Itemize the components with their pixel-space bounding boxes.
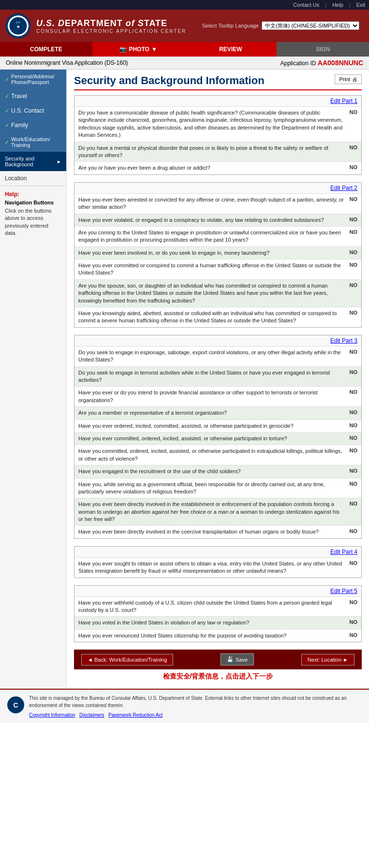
section-part3: Edit Part 3 Do you seek to engage in esp… — [74, 335, 362, 539]
table-row: Have you ever been arrested or convicted… — [74, 194, 361, 214]
part5-questions: Have you ever withheld custody of a U.S.… — [74, 597, 361, 642]
table-row: Have you committed, ordered, incited, as… — [74, 445, 361, 465]
section-part5: Edit Part 5 Have you ever withheld custo… — [74, 585, 362, 643]
header: ★ U.S. U.S. DEPARTMENT of STATE CONSULAR… — [0, 10, 369, 42]
table-row: Do you have a mental or physical disorde… — [74, 142, 361, 162]
table-row: Are you the spouse, son, or daughter of … — [74, 280, 361, 307]
camera-icon: 📷 — [119, 46, 127, 53]
table-row: Have you ever sought to obtain or assist… — [74, 558, 361, 578]
arrow-icon: ► — [57, 159, 61, 164]
table-row: Do you seek to engage in terrorist activ… — [74, 367, 361, 387]
check-icon: ✓ — [5, 122, 9, 129]
save-button[interactable]: 💾 Save — [221, 653, 254, 665]
contact-link[interactable]: Contact Us — [293, 2, 319, 8]
svg-text:★: ★ — [16, 25, 20, 29]
table-row: Have you, while serving as a government … — [74, 478, 361, 499]
part3-questions: Do you seek to engage in espionage, sabo… — [74, 347, 361, 538]
check-icon: ✓ — [5, 139, 9, 145]
app-id-value: AA008NNUNC — [318, 59, 363, 67]
copyright-link[interactable]: Copyright Information — [29, 712, 75, 718]
sidebar-item-location[interactable]: Location — [0, 171, 66, 186]
edit-part3-link[interactable]: Edit Part 3 — [330, 337, 357, 344]
table-row: Have you ever withheld custody of a U.S.… — [74, 597, 361, 617]
print-button[interactable]: Print 🖨 — [335, 74, 362, 84]
table-row: Are you or have you ever been a drug abu… — [74, 162, 361, 174]
sidebar-item-family[interactable]: ✓ Family — [0, 118, 66, 132]
check-icon: ✓ — [5, 108, 9, 114]
section-header-part2: Edit Part 2 — [74, 183, 361, 194]
svg-text:U.S.: U.S. — [16, 21, 21, 24]
footer: C This site is managed by the Bureau of … — [0, 689, 369, 723]
table-row: Are you a member or representative of a … — [74, 407, 361, 420]
table-row: Have you ever committed, ordered, incite… — [74, 433, 361, 445]
back-button[interactable]: ◄ Back: Work/Education/Training — [81, 654, 173, 665]
print-icon: 🖨 — [352, 76, 357, 82]
tooltip-language-select[interactable]: 中文(简体) (CHINESE-SIMPLIFIED) — [262, 21, 359, 30]
paperwork-link[interactable]: Paperwork Reduction Act — [108, 712, 162, 718]
exit-link[interactable]: Exit — [356, 2, 365, 8]
part4-questions: Have you ever sought to obtain or assist… — [74, 558, 361, 578]
section-part2: Edit Part 2 Have you ever been arrested … — [74, 182, 362, 328]
part1-questions: Do you have a communicable disease of pu… — [74, 107, 361, 174]
tab-photo[interactable]: 📷 PHOTO ▼ — [92, 42, 185, 57]
section-header-part5: Edit Part 5 — [74, 586, 361, 597]
section-header-part3: Edit Part 3 — [74, 335, 361, 347]
nav-tabs: COMPLETE 📷 PHOTO ▼ REVIEW SIGN — [0, 42, 369, 57]
header-title: U.S. DEPARTMENT of STATE CONSULAR ELECTR… — [36, 18, 186, 34]
table-row: Have you ever or do you intend to provid… — [74, 387, 361, 407]
check-icon: ✓ — [5, 93, 9, 100]
save-icon: 💾 — [227, 656, 234, 663]
table-row: Are you coming to the United States to e… — [74, 227, 361, 247]
edit-part2-link[interactable]: Edit Part 2 — [330, 185, 357, 191]
part2-questions: Have you ever been arrested or convicted… — [74, 194, 361, 327]
section-header-part4: Edit Part 4 — [74, 547, 361, 558]
table-row: Have you knowingly aided, abetted, assis… — [74, 307, 361, 327]
help-link[interactable]: Help — [332, 2, 343, 8]
next-button[interactable]: Next: Location ► — [301, 654, 354, 665]
footer-content: This site is managed by the Bureau of Co… — [29, 694, 362, 718]
chinese-notice: 检查安全/背景信息，点击进入下一步 — [74, 669, 362, 684]
table-row: Have you ever violated, or engaged in a … — [74, 214, 361, 227]
sidebar-item-personal[interactable]: ✓ Personal/Address/ Phone/Passport — [0, 70, 66, 89]
tab-review[interactable]: REVIEW — [185, 42, 277, 57]
table-row: Have you ever been directly involved in … — [74, 526, 361, 538]
footer-links: Copyright Information Disclaimers Paperw… — [29, 711, 362, 718]
section-part1: Edit Part 1 Do you have a communicable d… — [74, 95, 362, 175]
bottom-nav: ◄ Back: Work/Education/Training 💾 Save N… — [74, 650, 362, 669]
table-row: Have you ever committed or conspired to … — [74, 260, 361, 280]
table-row: Do you have a communicable disease of pu… — [74, 107, 361, 142]
edit-part5-link[interactable]: Edit Part 5 — [330, 588, 357, 594]
table-row: Have you ever been involved in, or do yo… — [74, 247, 361, 260]
app-id: Application ID AA008NNUNC — [280, 59, 363, 67]
content-area: Print 🖨 Security and Background Informat… — [67, 70, 369, 689]
table-row: Do you seek to engage in espionage, sabo… — [74, 347, 361, 367]
top-bar: Contact Us | Help | Exit — [0, 0, 369, 10]
footer-logo: C — [7, 696, 24, 713]
disclaimers-link[interactable]: Disclaimers — [79, 712, 104, 718]
tab-complete[interactable]: COMPLETE — [0, 42, 92, 57]
sidebar-item-travel[interactable]: ✓ Travel — [0, 89, 66, 103]
check-icon: ✓ — [5, 76, 9, 83]
tooltip-label: Select Tooltip Language — [202, 23, 259, 29]
table-row: Have you engaged in the recruitment or t… — [74, 465, 361, 478]
section-part4: Edit Part 4 Have you ever sought to obta… — [74, 546, 362, 578]
sidebar-item-security[interactable]: Security and Background ► — [0, 152, 66, 171]
main-layout: ✓ Personal/Address/ Phone/Passport ✓ Tra… — [0, 70, 369, 689]
app-id-bar: Online Nonimmigrant Visa Application (DS… — [0, 57, 369, 70]
tab-sign: SIGN — [277, 42, 369, 57]
section-header-part1: Edit Part 1 — [74, 96, 361, 107]
edit-part4-link[interactable]: Edit Part 4 — [330, 549, 357, 555]
sidebar-item-uscont[interactable]: ✓ U.S. Contact — [0, 103, 66, 118]
sidebar-help: Help: Navigation Buttons Click on the bu… — [0, 186, 66, 242]
sidebar: ✓ Personal/Address/ Phone/Passport ✓ Tra… — [0, 70, 67, 689]
table-row: Have you ever ordered, incited, committe… — [74, 420, 361, 433]
state-dept-seal: ★ U.S. — [5, 13, 31, 39]
table-row: Have you ever been directly involved in … — [74, 498, 361, 526]
sidebar-item-work[interactable]: ✓ Work/Education/ Training — [0, 132, 66, 152]
page-title: Security and Background Information — [74, 74, 362, 90]
app-title: Online Nonimmigrant Visa Application (DS… — [6, 59, 128, 66]
edit-part1-link[interactable]: Edit Part 1 — [330, 98, 357, 104]
table-row: Have you voted in the United States in v… — [74, 617, 361, 629]
table-row: Have you ever renounced United States ci… — [74, 630, 361, 642]
